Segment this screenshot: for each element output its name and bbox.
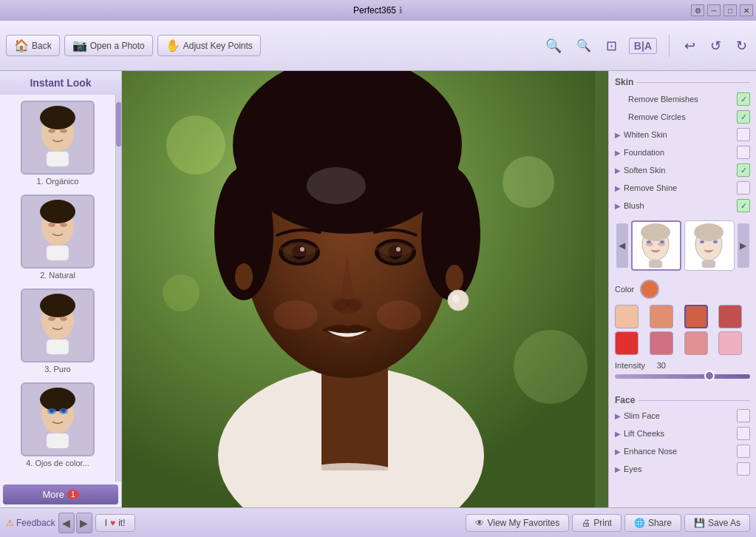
- blush-expand[interactable]: ▶: [615, 202, 621, 210]
- foundation-checkbox[interactable]: [737, 146, 750, 159]
- face-prev-arrow[interactable]: ◀: [616, 223, 628, 268]
- eyes-checkbox[interactable]: [737, 462, 750, 476]
- svg-rect-28: [321, 367, 388, 470]
- remove-shine-checkbox[interactable]: [737, 181, 750, 195]
- blush-checkbox[interactable]: ✓: [737, 199, 750, 212]
- sidebar-scrollbar[interactable]: [115, 95, 121, 482]
- love-label: I: [105, 518, 107, 528]
- soften-skin-checkbox[interactable]: ✓: [737, 163, 750, 177]
- look-label: 4. Ojos de color...: [26, 459, 89, 467]
- svg-rect-9: [47, 246, 69, 260]
- sidebar-scroll[interactable]: 1. Orgánico 2. Natural: [0, 95, 115, 482]
- remove-circles-row: Remove Circles ✓: [615, 108, 750, 126]
- look-label: 1. Orgánico: [37, 177, 79, 186]
- zoom-in-icon[interactable]: 🔍: [542, 36, 565, 55]
- app-info-icon[interactable]: ℹ: [399, 5, 403, 16]
- soften-skin-expand[interactable]: ▶: [615, 166, 621, 175]
- nav-prev-arrow[interactable]: ◀: [58, 513, 75, 533]
- enhance-nose-expand[interactable]: ▶: [615, 448, 621, 456]
- love-it-button[interactable]: I ♥ it!: [95, 514, 135, 532]
- undo-button[interactable]: ↩: [681, 36, 698, 55]
- slim-face-expand[interactable]: ▶: [615, 412, 621, 420]
- open-photo-button[interactable]: 📷 Open a Photo: [64, 35, 153, 56]
- whiten-skin-label: Whiten Skin: [624, 130, 734, 139]
- intensity-thumb[interactable]: [704, 371, 715, 381]
- feedback-button[interactable]: ⚠ Feedback: [6, 518, 55, 528]
- more-button[interactable]: More 1: [3, 484, 118, 504]
- lift-cheeks-expand[interactable]: ▶: [615, 430, 621, 438]
- maximize-button[interactable]: □: [723, 4, 737, 16]
- print-icon: 🖨: [582, 518, 590, 528]
- scrollbar-thumb[interactable]: [116, 102, 121, 146]
- color-swatch-5[interactable]: [650, 331, 673, 355]
- photo-canvas: [122, 71, 595, 507]
- enhance-nose-label: Enhance Nose: [624, 447, 734, 456]
- print-button[interactable]: 🖨 Print: [572, 514, 622, 532]
- svg-point-63: [700, 240, 704, 243]
- minimize-button[interactable]: ─: [707, 4, 721, 16]
- svg-point-55: [641, 223, 670, 241]
- svg-rect-21: [47, 433, 69, 448]
- bia-button[interactable]: B|A: [629, 38, 657, 54]
- intensity-value: 30: [651, 361, 666, 370]
- toolbar: 🏠 Back 📷 Open a Photo ✋ Adjust Key Point…: [0, 21, 756, 71]
- svg-point-20: [61, 408, 66, 413]
- color-swatch-1[interactable]: [650, 305, 673, 328]
- remove-circles-checkbox[interactable]: ✓: [737, 110, 750, 124]
- color-swatch-3[interactable]: [718, 305, 742, 328]
- svg-point-59: [660, 240, 664, 243]
- remove-blemishes-checkbox[interactable]: ✓: [737, 92, 750, 106]
- color-swatch-2[interactable]: [684, 305, 708, 328]
- svg-point-25: [163, 274, 200, 311]
- whiten-skin-checkbox[interactable]: [737, 128, 750, 141]
- list-item[interactable]: 1. Orgánico: [3, 98, 112, 189]
- foundation-expand[interactable]: ▶: [615, 149, 621, 157]
- current-color-swatch[interactable]: [640, 280, 659, 299]
- svg-point-12: [48, 317, 55, 321]
- lift-cheeks-row: ▶ Lift Cheeks: [615, 425, 750, 442]
- blush-row: ▶ Blush ✓: [615, 197, 750, 215]
- color-swatch-6[interactable]: [684, 331, 708, 355]
- look-thumbnail: [21, 195, 95, 268]
- undo2-button[interactable]: ↺: [707, 36, 724, 55]
- svg-point-37: [452, 295, 460, 303]
- view-favorites-button[interactable]: 👁 View My Favorites: [466, 514, 569, 532]
- settings-icon[interactable]: ⚙: [691, 4, 704, 16]
- soften-skin-row: ▶ Soften Skin ✓: [615, 161, 750, 179]
- eyes-expand[interactable]: ▶: [615, 465, 621, 473]
- intensity-slider[interactable]: [615, 374, 750, 379]
- back-button[interactable]: 🏠 Back: [6, 35, 60, 56]
- adjust-key-points-button[interactable]: ✋ Adjust Key Points: [157, 35, 261, 56]
- list-item[interactable]: 2. Natural: [3, 192, 112, 283]
- face-option-1[interactable]: [631, 220, 681, 271]
- svg-point-38: [235, 263, 253, 290]
- enhance-nose-checkbox[interactable]: [737, 445, 750, 458]
- svg-point-23: [166, 115, 225, 175]
- color-swatch-7[interactable]: [718, 331, 742, 355]
- share-button[interactable]: 🌐 Share: [624, 514, 681, 532]
- lift-cheeks-checkbox[interactable]: [737, 427, 750, 440]
- face-next-arrow[interactable]: ▶: [738, 223, 749, 268]
- svg-point-16: [40, 388, 75, 411]
- divider: [669, 35, 670, 57]
- face-chooser: ◀: [615, 220, 750, 271]
- whiten-skin-expand[interactable]: ▶: [615, 131, 621, 139]
- svg-point-3: [60, 129, 67, 133]
- save-as-button[interactable]: 💾 Save As: [684, 514, 750, 532]
- list-item[interactable]: 4. Ojos de color...: [3, 379, 112, 470]
- nav-next-arrow[interactable]: ▶: [76, 513, 92, 533]
- redo-button[interactable]: ↻: [733, 36, 750, 55]
- list-item[interactable]: 3. Puro: [3, 286, 112, 376]
- remove-shine-expand[interactable]: ▶: [615, 184, 621, 192]
- slim-face-label: Slim Face: [624, 411, 734, 420]
- color-swatch-0[interactable]: [615, 305, 638, 328]
- face-option-2[interactable]: [684, 220, 735, 271]
- slim-face-checkbox[interactable]: [737, 409, 750, 422]
- resize-icon[interactable]: ⊡: [603, 36, 620, 55]
- color-swatch-4[interactable]: [615, 331, 638, 355]
- close-button[interactable]: ✕: [740, 4, 753, 16]
- look-thumbnail: [21, 101, 95, 175]
- zoom-out-icon[interactable]: 🔍: [573, 37, 594, 54]
- eyes-row: ▶ Eyes: [615, 460, 750, 478]
- bottombar: ⚠ Feedback ◀ ▶ I ♥ it! 👁 View My Favorit…: [0, 507, 756, 537]
